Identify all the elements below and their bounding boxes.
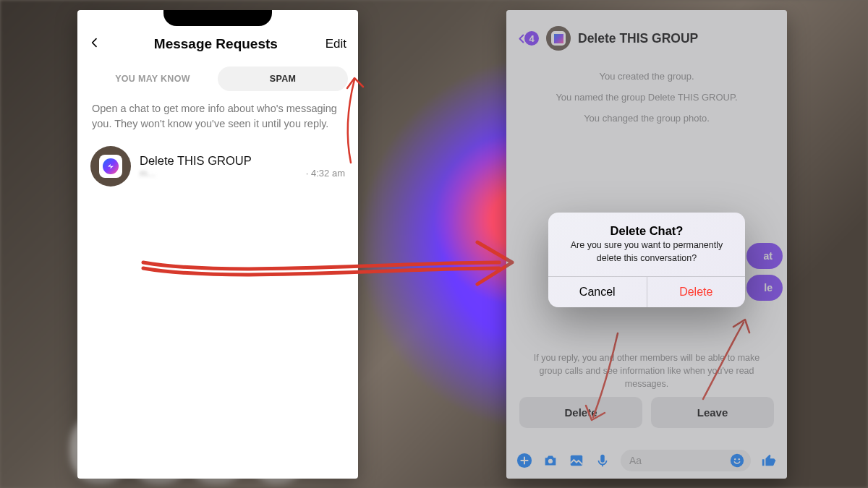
tab-you-may-know[interactable]: YOU MAY KNOW (88, 67, 218, 91)
camera-button[interactable] (542, 453, 558, 468)
svg-rect-3 (600, 455, 605, 463)
plus-circle-icon (516, 453, 532, 468)
alert-cancel-button[interactable]: Cancel (548, 277, 647, 307)
add-button[interactable] (516, 453, 532, 468)
svg-point-5 (734, 458, 736, 460)
chat-row[interactable]: Delete THIS GROUP m... · 4:32 am (77, 139, 358, 194)
svg-point-6 (739, 458, 740, 460)
svg-point-1 (548, 459, 553, 463)
gallery-button[interactable] (569, 453, 584, 468)
smile-icon (729, 453, 745, 468)
tabs: YOU MAY KNOW SPAM (77, 64, 358, 91)
reply-note: If you reply, you and other members will… (506, 351, 787, 390)
message-input[interactable]: Aa (621, 450, 751, 471)
like-button[interactable] (761, 453, 777, 468)
page-title: Delete THIS GROUP (578, 31, 698, 46)
sys-line: You named the group Delete THIS GROUP. (521, 92, 773, 103)
chevron-left-icon (89, 37, 101, 48)
page-title: Message Requests (154, 36, 278, 52)
chat-time: · 4:32 am (306, 168, 345, 179)
header: 4 Delete THIS GROUP (506, 10, 787, 58)
avatar[interactable] (546, 26, 571, 51)
composer: Aa (506, 450, 787, 471)
delete-leave-buttons: Delete Leave (506, 397, 787, 428)
mic-button[interactable] (595, 453, 610, 468)
edit-button[interactable]: Edit (326, 37, 346, 51)
leave-button[interactable]: Leave (651, 397, 774, 428)
back-button[interactable] (89, 37, 106, 51)
pill[interactable]: at (746, 243, 783, 269)
back-button[interactable]: 4 (516, 31, 539, 46)
sys-line: You created the group. (521, 71, 773, 82)
alert-title: Delete Chat? (548, 213, 745, 239)
helper-text: Open a chat to get more info about who's… (77, 91, 358, 139)
emoji-button[interactable] (729, 453, 745, 468)
header: Message Requests Edit (77, 23, 358, 58)
avatar (90, 146, 131, 187)
delete-chat-alert: Delete Chat? Are you sure you want to pe… (548, 213, 745, 307)
camera-icon (542, 453, 558, 468)
thumbs-up-icon (761, 453, 777, 468)
chat-title: Delete THIS GROUP (140, 154, 345, 168)
sys-line: You changed the group photo. (521, 113, 773, 124)
placeholder: Aa (629, 455, 642, 466)
alert-delete-button[interactable]: Delete (647, 277, 746, 307)
alert-message: Are you sure you want to permanently del… (548, 239, 745, 276)
system-messages: You created the group. You named the gro… (506, 58, 787, 124)
tab-spam[interactable]: SPAM (218, 67, 348, 91)
unread-badge: 4 (524, 31, 539, 46)
svg-point-4 (731, 454, 744, 467)
phone-message-requests: Message Requests Edit YOU MAY KNOW SPAM … (77, 10, 358, 479)
delete-button[interactable]: Delete (519, 397, 642, 428)
chat-snippet: m... (140, 168, 302, 179)
partial-action-pills: at le (746, 243, 783, 301)
image-icon (569, 453, 584, 468)
chat-meta: Delete THIS GROUP m... · 4:32 am (140, 154, 345, 179)
pill[interactable]: le (746, 275, 783, 301)
phone-conversation: 4 Delete THIS GROUP You created the grou… (506, 10, 787, 479)
mic-icon (595, 453, 610, 468)
device-notch (163, 10, 272, 26)
